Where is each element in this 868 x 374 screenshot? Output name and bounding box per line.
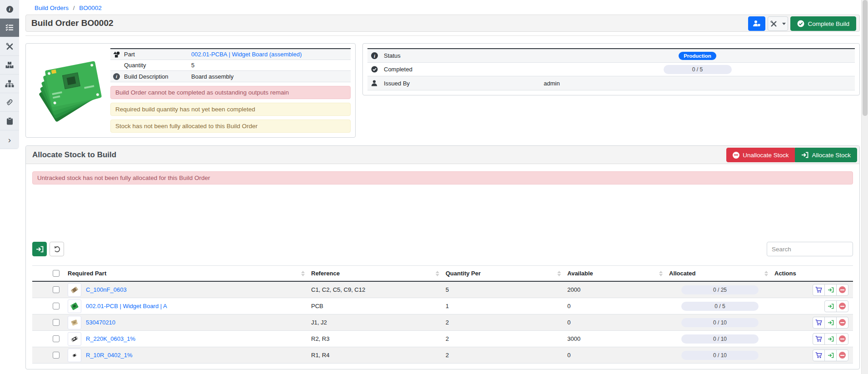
remove-row-button[interactable] [836,300,848,312]
breadcrumb-current-link[interactable]: BO0002 [79,5,102,11]
page-scrollbar[interactable] [861,0,868,374]
allocate-stock-card: Allocate Stock to Build Unallocate Stock… [25,145,860,369]
sitemap-icon [5,80,14,88]
capacitor-image [69,285,79,295]
buy-part-button[interactable] [813,284,825,296]
row-checkbox[interactable] [53,335,60,342]
quantity-per-cell: 5 [444,286,565,293]
unallocate-stock-label: Unallocate Stock [743,152,789,159]
available-cell: 0 [565,303,667,309]
part-row: Part 002.01-PCBA | Widget Board (assembl… [110,49,351,60]
breadcrumb: Build Orders / BO0002 [25,0,860,15]
column-header-reference[interactable]: Reference [309,270,444,277]
sidebar-item-completed-outputs[interactable] [0,56,19,75]
edit-responsible-button[interactable] [748,16,765,31]
allocate-selected-button[interactable] [32,242,47,256]
sort-icon [557,271,561,276]
row-checkbox[interactable] [53,303,60,309]
allocated-progressbar: 0 / 10 [681,318,759,327]
remove-row-button[interactable] [836,284,848,296]
info-circle-icon: i [113,73,120,80]
column-label: Available [567,270,593,277]
sidebar-item-child-builds[interactable] [0,75,19,93]
pcb-photo [32,55,104,123]
part-link[interactable]: R_220K_0603_1% [86,335,135,342]
buy-part-button[interactable] [813,317,825,329]
quantity-row: Quantity 5 [110,60,351,71]
sidebar-item-details[interactable]: i [0,0,19,19]
allocate-stock-button[interactable]: Allocate Stock [795,148,857,162]
build-actions-menu-button[interactable] [768,16,788,31]
sidebar-item-build-outputs[interactable] [0,37,19,56]
complete-build-button[interactable]: Complete Build [790,16,856,31]
allocate-row-button[interactable] [824,317,837,329]
tools-icon [770,20,777,27]
sort-icon [764,271,768,276]
allocate-row-button[interactable] [824,300,837,312]
chevron-right-icon: › [8,135,11,144]
remove-row-button[interactable] [836,349,848,361]
column-header-quantity-per[interactable]: Quantity Per [444,270,565,277]
shapes-icon [113,51,120,58]
column-label: Actions [774,270,796,277]
build-info-table: Part 002.01-PCBA | Widget Board (assembl… [110,48,351,82]
allocate-row-button[interactable] [824,333,837,345]
row-checkbox[interactable] [53,352,60,359]
unallocate-stock-button[interactable]: Unallocate Stock [726,148,795,162]
buy-part-button[interactable] [813,333,825,345]
allocate-body: Untracked stock has not been fully alloc… [26,164,859,369]
status-row: i Status Production [367,49,855,63]
allocate-row-button[interactable] [824,349,837,361]
buy-part-button[interactable] [813,349,825,361]
row-checkbox[interactable] [53,319,60,326]
column-header-actions: Actions [773,270,853,277]
completed-label: Completed [384,66,544,73]
allocate-title: Allocate Stock to Build [26,150,116,160]
column-header-available[interactable]: Available [565,270,667,277]
allocated-progressbar: 0 / 25 [681,285,759,294]
part-link[interactable]: 002.01-PCB | Widget Board | A [86,303,167,309]
user-icon [371,80,377,86]
status-badge: Production [679,52,716,60]
row-checkbox[interactable] [53,286,60,293]
issued-by-label: Issued By [384,80,544,87]
alert-untracked-stock: Untracked stock has not been fully alloc… [32,171,853,185]
remove-row-button[interactable] [836,333,848,345]
sidebar-item-notes[interactable] [0,112,19,130]
sign-in-icon [828,336,834,342]
search-input[interactable] [767,242,853,256]
scrollbar-thumb[interactable] [863,0,868,116]
part-label: Part [124,51,191,58]
minus-circle-icon [839,319,846,326]
table-row: 002.01-PCB | Widget Board | A PCB 1 0 0 … [32,298,853,314]
remove-row-button[interactable] [836,317,848,329]
page-title: Build Order BO0002 [26,18,114,28]
part-thumbnail [68,283,81,297]
sidebar-item-allocate-stock[interactable] [0,19,19,37]
sidebar-expand-button[interactable]: › [0,130,19,149]
column-header-allocated[interactable]: Allocated [667,270,773,277]
part-link[interactable]: 530470210 [86,319,115,326]
connector-image [69,318,79,328]
sidebar-item-attachments[interactable] [0,93,19,112]
build-status-card: i Status Production Completed 0 / 5 [362,43,860,95]
part-thumbnail [68,332,81,346]
breadcrumb-build-orders-link[interactable]: Build Orders [35,5,69,11]
alert-stock-unallocated: Stock has not been fully allocated to th… [110,120,351,133]
issued-by-row: Issued By admin [367,76,855,90]
tools-icon [6,43,14,50]
part-link[interactable]: 002.01-PCBA | Widget Board (assembled) [191,51,302,58]
column-label: Allocated [669,270,696,277]
available-cell: 3000 [565,335,667,342]
part-link[interactable]: R_10R_0402_1% [86,352,133,359]
part-link[interactable]: C_100nF_0603 [86,286,127,293]
refresh-table-button[interactable] [50,242,64,256]
allocate-row-button[interactable] [824,284,837,296]
select-all-checkbox[interactable] [53,270,60,277]
breadcrumb-separator: / [73,5,75,11]
alert-outstanding-outputs: Build Order cannot be completed as outst… [110,86,351,99]
complete-build-label: Complete Build [808,20,849,27]
cart-icon [815,352,822,359]
column-header-required-part[interactable]: Required Part [66,270,309,277]
allocated-progressbar: 0 / 10 [681,334,759,344]
